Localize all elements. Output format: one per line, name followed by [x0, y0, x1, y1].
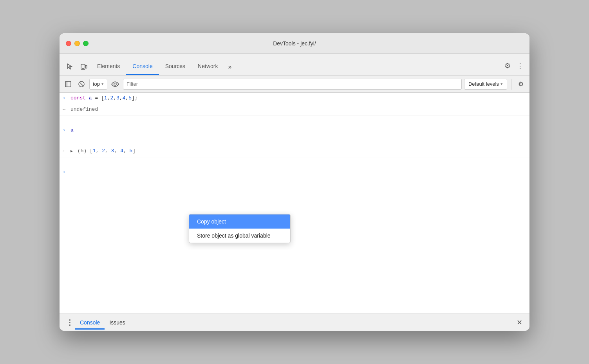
context-menu-item-store[interactable]: Store object as global variable	[189, 229, 290, 243]
device-toolbar-button[interactable]	[77, 59, 91, 74]
clear-console-button[interactable]	[76, 79, 87, 90]
console-line-return-1: ← undefined	[60, 104, 529, 115]
tab-network[interactable]: Network	[192, 58, 224, 75]
svg-point-7	[114, 83, 116, 85]
toolbar-divider	[511, 79, 511, 90]
console-line-input-2: › a	[60, 125, 529, 136]
sidebar-icon	[65, 81, 71, 87]
console-line-spacer	[60, 115, 529, 125]
console-input-prompt[interactable]: ›	[60, 167, 529, 178]
console-toolbar: top ▾ Default levels ▾ ⚙	[60, 76, 529, 93]
bottom-close-button[interactable]: ✕	[514, 317, 525, 328]
settings-button[interactable]: ⚙	[501, 59, 514, 72]
console-prompt-arrow: ›	[63, 168, 67, 176]
context-selector[interactable]: top ▾	[89, 79, 107, 90]
console-content-1: const a = [1,2,3,4,5];	[70, 94, 526, 102]
maximize-button[interactable]	[83, 41, 89, 46]
devtools-window: DevTools - jec.fyi/ Elements Console Sou…	[60, 33, 529, 331]
minimize-button[interactable]	[74, 41, 80, 46]
bottom-bar: ⋮ Console Issues ✕	[60, 314, 529, 331]
log-levels-button[interactable]: Default levels ▾	[464, 79, 507, 90]
svg-line-6	[80, 83, 83, 86]
window-title: DevTools - jec.fyi/	[273, 40, 316, 47]
context-menu-item-copy[interactable]: Copy object	[189, 214, 290, 229]
bottom-tab-issues[interactable]: Issues	[105, 316, 130, 329]
console-content-4: ▶ (5) [1, 2, 3, 4, 5]	[70, 147, 526, 155]
tab-sources[interactable]: Sources	[159, 58, 192, 75]
console-line-input-1: › const a = [1,2,3,4,5];	[60, 93, 529, 104]
traffic-lights	[66, 41, 89, 46]
bottom-more-button[interactable]: ⋮	[64, 317, 75, 328]
sidebar-toggle-button[interactable]	[63, 79, 74, 90]
more-tabs-button[interactable]: »	[224, 60, 235, 74]
svg-rect-3	[65, 81, 71, 87]
tabs-divider	[498, 61, 498, 72]
cursor-icon	[66, 63, 73, 70]
console-arrow-input: ›	[63, 94, 67, 102]
live-expressions-button[interactable]	[110, 79, 121, 90]
console-content-2: undefined	[70, 106, 526, 114]
tab-elements[interactable]: Elements	[91, 58, 126, 75]
inspect-element-button[interactable]	[63, 59, 77, 74]
devtools-tabs-bar: Elements Console Sources Network » ⚙ ⋮	[60, 54, 529, 76]
title-bar: DevTools - jec.fyi/	[60, 33, 529, 54]
console-line-return-2: ← ▶ (5) [1, 2, 3, 4, 5]	[60, 146, 529, 157]
console-settings-button[interactable]: ⚙	[515, 79, 526, 90]
console-line-spacer3	[60, 157, 529, 167]
clear-icon	[78, 81, 85, 87]
eye-icon	[111, 81, 119, 87]
console-return-arrow: ←	[63, 106, 67, 114]
console-line-spacer2	[60, 136, 529, 146]
more-options-button[interactable]: ⋮	[514, 59, 526, 72]
console-content-3: a	[70, 126, 526, 134]
context-menu: Copy object Store object as global varia…	[189, 214, 291, 243]
filter-input[interactable]	[123, 79, 462, 90]
svg-rect-1	[85, 65, 87, 68]
device-icon	[80, 63, 87, 70]
tab-console[interactable]: Console	[126, 58, 159, 75]
console-arrow-2: ›	[63, 126, 67, 134]
bottom-tab-console[interactable]: Console	[75, 316, 105, 329]
console-area: › const a = [1,2,3,4,5]; ← undefined › a…	[60, 93, 529, 314]
close-button[interactable]	[66, 41, 71, 46]
console-return-arrow-2: ←	[63, 147, 67, 155]
